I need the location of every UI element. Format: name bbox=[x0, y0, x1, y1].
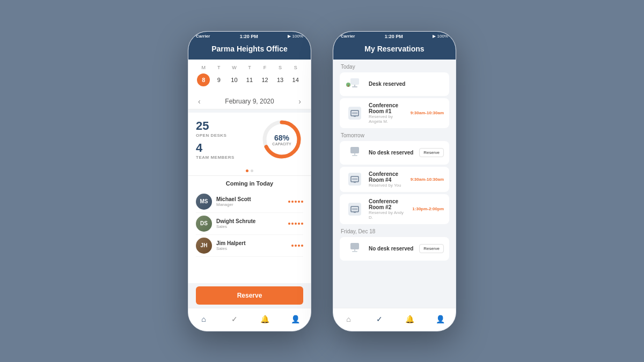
svg-rect-11 bbox=[354, 153, 355, 155]
avatar-dwight: DS bbox=[196, 216, 212, 232]
day-14[interactable]: 14 bbox=[289, 73, 302, 86]
office-title: Parma Heights Office bbox=[188, 40, 311, 60]
team-members-number: 4 bbox=[196, 141, 235, 155]
svg-rect-2 bbox=[350, 78, 359, 85]
svg-rect-21 bbox=[352, 251, 357, 252]
weekday-s1: S bbox=[274, 65, 287, 70]
coming-in-section: Coming in Today MS Michael Scott Manager bbox=[188, 175, 311, 283]
day-10[interactable]: 10 bbox=[228, 73, 240, 86]
nav-user-1[interactable]: 👤 bbox=[288, 313, 304, 326]
status-bar-1: Carrier 1:20 PM ▶ 100% bbox=[188, 32, 311, 40]
friday-section: Friday, Dec 18 No desk reserved Reserve bbox=[340, 228, 449, 261]
friday-label: Friday, Dec 18 bbox=[340, 228, 449, 234]
dot-2 bbox=[251, 169, 253, 172]
jim-role: Sales bbox=[216, 246, 291, 251]
today-label: Today bbox=[340, 64, 449, 70]
nav-check-2[interactable]: ✓ bbox=[371, 313, 387, 326]
conf4-subtitle: Reserved by You bbox=[369, 183, 406, 188]
day-12[interactable]: 12 bbox=[259, 73, 272, 86]
list-item: Conference Room #2 Reserved by Andy D. 1… bbox=[340, 194, 449, 224]
day-11[interactable]: 11 bbox=[243, 73, 256, 86]
desk-svg bbox=[345, 77, 364, 91]
conference-icon bbox=[348, 107, 361, 120]
michael-name: Michael Scott bbox=[216, 196, 288, 202]
dwight-role: Sales bbox=[216, 224, 288, 229]
carrier-2: Carrier bbox=[341, 34, 355, 39]
svg-rect-4 bbox=[352, 86, 357, 87]
svg-rect-19 bbox=[350, 243, 359, 249]
dwight-rating bbox=[288, 223, 303, 225]
friday-desk-title: No desk reserved bbox=[369, 246, 415, 252]
weekday-m: M bbox=[197, 65, 210, 70]
nav-check-1[interactable]: ✓ bbox=[226, 313, 243, 326]
conf2-info: Conference Room #2 Reserved by Andy D. bbox=[369, 198, 408, 220]
list-item: No desk reserved Reserve bbox=[340, 237, 449, 261]
reserve-button[interactable]: Reserve bbox=[196, 286, 303, 305]
svg-rect-15 bbox=[354, 182, 356, 183]
reservations-title: My Reservations bbox=[333, 40, 456, 60]
bottom-nav-2: ⌂ ✓ 🔔 👤 bbox=[333, 308, 456, 331]
nav-user-2[interactable]: 👤 bbox=[433, 313, 449, 326]
conf2-time: 1:30pm-2:00pm bbox=[412, 206, 444, 211]
nav-home-1[interactable]: ⌂ bbox=[196, 313, 212, 326]
conference-icon-4 bbox=[348, 173, 361, 186]
conf4-title: Conference Room #4 bbox=[369, 171, 406, 183]
open-desks-label: OPEN DESKS bbox=[196, 133, 235, 138]
tomorrow-section: Tomorrow No desk reserved Reserve bbox=[340, 132, 449, 224]
capacity-text: 68% CAPACITY bbox=[272, 133, 291, 145]
svg-rect-8 bbox=[352, 112, 357, 114]
status-bar-2: Carrier 1:20 PM ▶ 100% bbox=[333, 32, 456, 40]
svg-rect-3 bbox=[354, 85, 355, 86]
calendar-section: M T W T F S S 8 9 10 11 12 13 14 bbox=[188, 60, 311, 93]
svg-rect-9 bbox=[354, 116, 356, 117]
svg-rect-20 bbox=[354, 249, 355, 251]
date-label: February 9, 2020 bbox=[225, 98, 274, 105]
reserve-desk-friday-button[interactable]: Reserve bbox=[419, 244, 444, 253]
svg-rect-12 bbox=[352, 155, 357, 156]
list-item: Desk reserved bbox=[340, 72, 449, 96]
conf2-icon bbox=[345, 202, 364, 217]
friday-desk-icon bbox=[345, 241, 364, 256]
michael-info: Michael Scott Manager bbox=[216, 196, 288, 207]
phones-container: Carrier 1:20 PM ▶ 100% Parma Heights Off… bbox=[188, 31, 456, 331]
conference-icon-2 bbox=[348, 203, 361, 216]
michael-rating bbox=[288, 201, 303, 203]
reserve-desk-tomorrow-button[interactable]: Reserve bbox=[419, 148, 444, 157]
friday-desk-info: No desk reserved bbox=[369, 246, 415, 252]
avatar-michael: MS bbox=[196, 194, 212, 210]
open-desks-number: 25 bbox=[196, 119, 235, 133]
list-item: JH Jim Halpert Sales bbox=[196, 235, 303, 257]
nav-home-2[interactable]: ⌂ bbox=[341, 313, 357, 326]
phone1-content: M T W T F S S 8 9 10 11 12 13 14 bbox=[188, 60, 311, 331]
svg-rect-14 bbox=[352, 178, 357, 180]
desk-reserved-title: Desk reserved bbox=[369, 81, 444, 87]
nav-bell-1[interactable]: 🔔 bbox=[257, 313, 273, 326]
page-dots bbox=[188, 166, 311, 175]
today-section: Today Desk reserved bbox=[340, 64, 449, 128]
phone-2: Carrier 1:20 PM ▶ 100% My Reservations T… bbox=[333, 31, 456, 331]
dwight-name: Dwight Schrute bbox=[216, 218, 288, 224]
tomorrow-desk-info: No desk reserved bbox=[369, 150, 415, 156]
reservations-content: Today Desk reserved bbox=[333, 60, 456, 308]
stats-section: 25 OPEN DESKS 4 TEAM MEMBERS 68% bbox=[188, 113, 311, 166]
next-arrow[interactable]: › bbox=[296, 97, 303, 106]
jim-rating bbox=[291, 245, 303, 247]
time-1: 1:20 PM bbox=[240, 34, 258, 39]
weekdays-row: M T W T F S S bbox=[196, 65, 303, 70]
conf1-time: 9:30am-10:30am bbox=[411, 110, 444, 115]
time-2: 1:20 PM bbox=[385, 34, 403, 39]
list-item: Conference Room #4 Reserved by You 9:30a… bbox=[340, 167, 449, 192]
svg-rect-10 bbox=[350, 147, 359, 153]
day-8[interactable]: 8 bbox=[197, 73, 210, 86]
capacity-percent: 68% bbox=[272, 133, 291, 142]
svg-rect-18 bbox=[354, 212, 356, 213]
day-13[interactable]: 13 bbox=[274, 73, 287, 86]
day-9[interactable]: 9 bbox=[213, 73, 225, 86]
weekday-w: W bbox=[228, 65, 240, 70]
battery-2: ▶ 100% bbox=[433, 34, 448, 39]
prev-arrow[interactable]: ‹ bbox=[196, 97, 203, 106]
conf1-title: Conference Room #1 bbox=[369, 102, 406, 114]
capacity-chart: 68% CAPACITY bbox=[260, 118, 303, 161]
desk-reserved-icon bbox=[345, 77, 364, 92]
nav-bell-2[interactable]: 🔔 bbox=[402, 313, 418, 326]
